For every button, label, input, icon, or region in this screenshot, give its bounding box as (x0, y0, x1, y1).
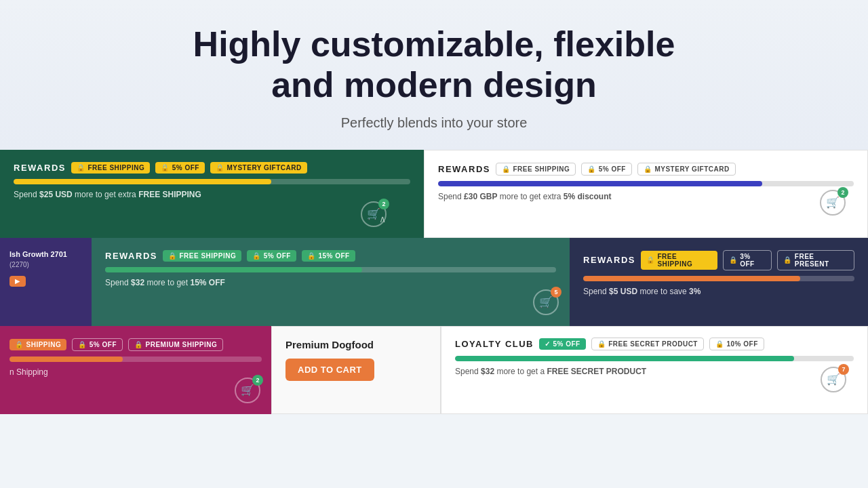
badge-15off-teal: 🔒 15% OFF (302, 250, 355, 262)
progress-bar-loyalty (455, 356, 794, 361)
progress-wrap-navy (583, 276, 854, 281)
purple-card-sub: (2270) (9, 261, 82, 268)
badge-10off-loyalty: 🔒 10% OFF (709, 338, 764, 350)
cart-badge-loyalty: 7 (838, 364, 849, 375)
card-dark-green: REWARDS 🔒 FREE SHIPPING 🔒 5% OFF 🔒 MYSTE… (0, 150, 424, 238)
spend-text-loyalty: Spend $32 more to get a FREE SECRET PROD… (455, 367, 854, 376)
card-product: Premium Dogfood ADD TO CART (271, 326, 441, 414)
spend-text-white: Spend £30 GBP more to get extra 5% disco… (438, 192, 854, 201)
rewards-header-green: REWARDS 🔒 FREE SHIPPING 🔒 5% OFF 🔒 MYSTE… (14, 162, 410, 174)
progress-bar-navy (583, 276, 800, 281)
badge-5off-pink: 🔒 5% OFF (72, 338, 123, 351)
hero-subheadline: Perfectly blends into your store (14, 115, 854, 131)
cart-icon-white-card[interactable]: 2 🛒 (831, 201, 856, 226)
rewards-title-green: REWARDS (14, 163, 66, 173)
spend-text-green: Spend $25 USD more to get extra FREE SHI… (14, 190, 410, 199)
progress-bar-pink (9, 357, 123, 362)
progress-bar-green (14, 179, 271, 184)
cart-badge-pink: 2 (252, 375, 263, 386)
row-3: 🔒 SHIPPING 🔒 5% OFF 🔒 PREMIUM SHIPPING n… (0, 326, 868, 414)
badge-5off-loyalty: ✓ 5% OFF (539, 338, 586, 350)
product-title: Premium Dogfood (285, 339, 427, 350)
progress-wrap-loyalty (455, 356, 854, 361)
badge-5off-green: 🔒 5% OFF (155, 162, 205, 174)
badge-5off-white: 🔒 5% OFF (581, 163, 632, 176)
hero-headline: Highly customizable, flexible and modern… (14, 24, 854, 106)
rewards-header-navy: REWARDS 🔒 FREE SHIPPING 🔒 3% OFF 🔒 FREE … (583, 250, 854, 270)
badge-mystery-green: 🔒 MYSTERY GIFTCARD (210, 162, 307, 174)
badge-free-shipping-white: 🔒 FREE SHIPPING (496, 163, 576, 176)
spend-text-teal: Spend $32 more to get 15% OFF (105, 278, 556, 287)
cart-badge-teal: 5 (551, 287, 561, 298)
badge-free-shipping-green: 🔒 FREE SHIPPING (71, 162, 150, 174)
card-loyalty: LOYALTY CLUB ✓ 5% OFF 🔒 FREE SECRET PROD… (441, 326, 868, 414)
cart-icon-loyalty-wrap[interactable]: 7 🛒 (831, 378, 857, 403)
cards-section: REWARDS 🔒 FREE SHIPPING 🔒 5% OFF 🔒 MYSTE… (0, 150, 868, 414)
card-purple: Ish Growth 2701 (2270) ▶ (0, 238, 92, 326)
expand-btn-green[interactable]: ∧ (379, 214, 386, 224)
spend-text-navy: Spend $5 USD more to save 3% (583, 287, 854, 296)
badge-free-shipping-teal: 🔒 FREE SHIPPING (163, 250, 241, 262)
rewards-title-white: REWARDS (438, 164, 490, 174)
cart-badge-green: 2 (378, 199, 389, 209)
loyalty-title: LOYALTY CLUB (455, 339, 534, 349)
badge-3off-navy: 🔒 3% OFF (723, 250, 772, 270)
badge-free-shipping-navy: 🔒 FREE SHIPPING (641, 251, 717, 270)
cart-icon-teal[interactable]: 5 🛒 (533, 289, 559, 315)
rewards-header-pink: 🔒 SHIPPING 🔒 5% OFF 🔒 PREMIUM SHIPPING (9, 338, 262, 351)
badge-premium-pink: 🔒 PREMIUM SHIPPING (128, 338, 223, 351)
progress-wrap-white (438, 181, 854, 186)
card-white: REWARDS 🔒 FREE SHIPPING 🔒 5% OFF 🔒 MYSTE… (424, 150, 868, 238)
cart-badge-white: 2 (837, 187, 848, 198)
badge-5off-teal: 🔒 5% OFF (247, 250, 296, 262)
add-to-cart-button[interactable]: ADD TO CART (285, 359, 374, 381)
rewards-header-teal: REWARDS 🔒 FREE SHIPPING 🔒 5% OFF 🔒 15% O… (105, 250, 556, 262)
rewards-title-navy: REWARDS (583, 255, 635, 265)
badge-present-navy: 🔒 FREE PRESENT (777, 250, 854, 270)
progress-wrap-teal (105, 267, 556, 272)
purple-badge: ▶ (9, 276, 26, 287)
row-1: REWARDS 🔒 FREE SHIPPING 🔒 5% OFF 🔒 MYSTE… (0, 150, 868, 238)
progress-bar-teal (105, 267, 362, 272)
badge-secret-loyalty: 🔒 FREE SECRET PRODUCT (591, 338, 704, 350)
purple-card-title: Ish Growth 2701 (9, 250, 82, 258)
rewards-header-loyalty: LOYALTY CLUB ✓ 5% OFF 🔒 FREE SECRET PROD… (455, 338, 854, 350)
progress-wrap-pink (9, 357, 262, 362)
cart-icon-pink[interactable]: 2 🛒 (235, 378, 260, 403)
card-navy: REWARDS 🔒 FREE SHIPPING 🔒 3% OFF 🔒 FREE … (570, 238, 868, 326)
hero-section: Highly customizable, flexible and modern… (0, 0, 868, 150)
badge-mystery-white: 🔒 MYSTERY GIFTCARD (637, 163, 736, 176)
card-teal: REWARDS 🔒 FREE SHIPPING 🔒 5% OFF 🔒 15% O… (92, 238, 570, 326)
card-pink: 🔒 SHIPPING 🔒 5% OFF 🔒 PREMIUM SHIPPING n… (0, 326, 271, 414)
rewards-header-white: REWARDS 🔒 FREE SHIPPING 🔒 5% OFF 🔒 MYSTE… (438, 163, 854, 176)
progress-wrap-green (14, 179, 410, 184)
badge-shipping-pink: 🔒 SHIPPING (9, 339, 66, 350)
rewards-title-teal: REWARDS (105, 251, 157, 261)
spend-text-pink: n Shipping (9, 367, 262, 377)
progress-bar-white (438, 181, 762, 186)
row-2: Ish Growth 2701 (2270) ▶ REWARDS 🔒 FREE … (0, 238, 868, 326)
